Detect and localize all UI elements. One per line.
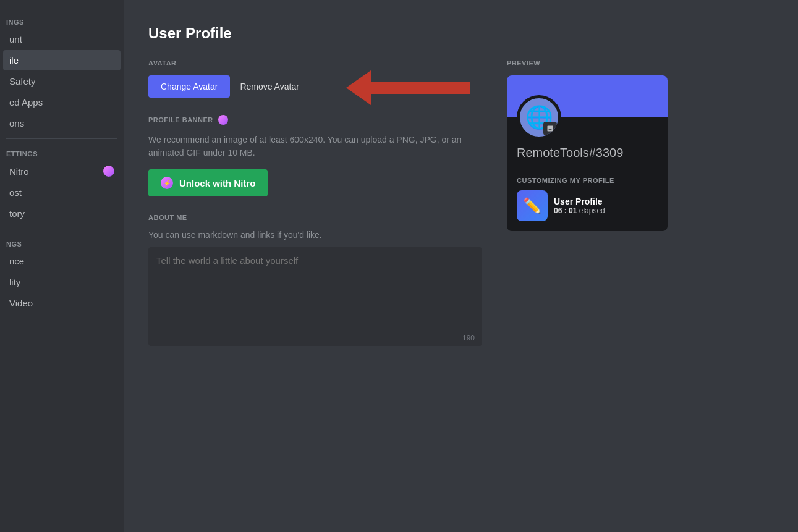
sidebar-item-safety[interactable]: Safety — [3, 71, 121, 91]
activity-time-bold: 06 : 01 — [554, 206, 577, 215]
banner-description: We recommend an image of at least 600x24… — [148, 133, 482, 159]
preview-avatar: 🌐 — [517, 95, 561, 140]
unlock-nitro-button[interactable]: Unlock with Nitro — [148, 169, 268, 196]
sidebar-item-video[interactable]: Video — [3, 293, 121, 313]
activity-name: User Profile — [554, 196, 658, 206]
preview-activity: ✏️ User Profile 06 : 01 elapsed — [517, 190, 658, 221]
activity-info: User Profile 06 : 01 elapsed — [554, 196, 658, 215]
about-me-input[interactable] — [148, 247, 482, 346]
sidebar-item-boost[interactable]: ost — [3, 182, 121, 203]
sidebar-item-connections[interactable]: ons — [3, 113, 121, 133]
profile-banner-section: PROFILE BANNER We recommend an image of … — [148, 115, 482, 196]
sidebar-item-history[interactable]: tory — [3, 203, 121, 224]
arrow-annotation — [346, 70, 470, 105]
sidebar-section-ngs: NGS — [0, 234, 124, 250]
activity-time: 06 : 01 elapsed — [554, 206, 658, 215]
preview-avatar-wrapper: 🌐 — [517, 95, 561, 140]
avatar-section: AVATAR Change Avatar Remove Avatar — [148, 59, 482, 98]
avatar-buttons: Change Avatar Remove Avatar — [148, 75, 482, 98]
sidebar-item-account[interactable]: unt — [3, 29, 121, 49]
about-me-label: ABOUT ME — [148, 214, 482, 221]
arrow-head — [346, 70, 371, 105]
left-panel: AVATAR Change Avatar Remove Avatar PROFI… — [148, 59, 482, 361]
sidebar-divider-1 — [6, 138, 117, 139]
preview-banner: 🌐 — [507, 75, 668, 117]
preview-label: PREVIEW — [507, 59, 680, 67]
sidebar-divider-2 — [6, 229, 117, 229]
avatar-edit-overlay[interactable] — [543, 122, 557, 135]
sidebar-item-apps[interactable]: ed Apps — [3, 92, 121, 112]
content-layout: AVATAR Change Avatar Remove Avatar PROFI… — [148, 59, 773, 361]
nitro-button-icon — [161, 177, 173, 189]
avatar-section-label: AVATAR — [148, 59, 482, 67]
sidebar-section-settings: INGS — [0, 12, 124, 28]
sidebar-item-accessibility[interactable]: lity — [3, 272, 121, 292]
preview-card: 🌐 RemoteTools#3309 — [507, 75, 668, 231]
remove-avatar-button[interactable]: Remove Avatar — [240, 82, 299, 91]
unlock-nitro-label: Unlock with Nitro — [179, 178, 255, 188]
sidebar-item-profile[interactable]: ile — [3, 50, 121, 70]
change-avatar-button[interactable]: Change Avatar — [148, 75, 230, 98]
char-count: 190 — [462, 334, 475, 342]
activity-icon: ✏️ — [517, 190, 548, 221]
main-content: User Profile AVATAR Change Avatar Remove… — [124, 0, 798, 532]
preview-username: RemoteTools#3309 — [517, 146, 658, 160]
sidebar: INGS unt ile Safety ed Apps ons ETTINGS … — [0, 0, 124, 532]
nitro-badge-icon — [218, 115, 228, 125]
about-me-section: ABOUT ME You can use markdown and links … — [148, 214, 482, 348]
sidebar-section-app-settings: ETTINGS — [0, 144, 124, 160]
about-me-description: You can use markdown and links if you'd … — [148, 230, 482, 240]
sidebar-item-appearance[interactable]: nce — [3, 251, 121, 271]
page-title: User Profile — [148, 25, 773, 42]
profile-banner-label: PROFILE BANNER — [148, 115, 482, 125]
sidebar-item-nitro[interactable]: Nitro — [3, 161, 121, 182]
arrow-body — [371, 82, 470, 94]
preview-divider — [517, 169, 658, 169]
nitro-icon — [103, 166, 114, 177]
textarea-wrapper: 190 — [148, 247, 482, 348]
preview-activity-section-title: CUSTOMIZING MY PROFILE — [517, 177, 658, 184]
right-panel: PREVIEW 🌐 — [507, 59, 680, 231]
